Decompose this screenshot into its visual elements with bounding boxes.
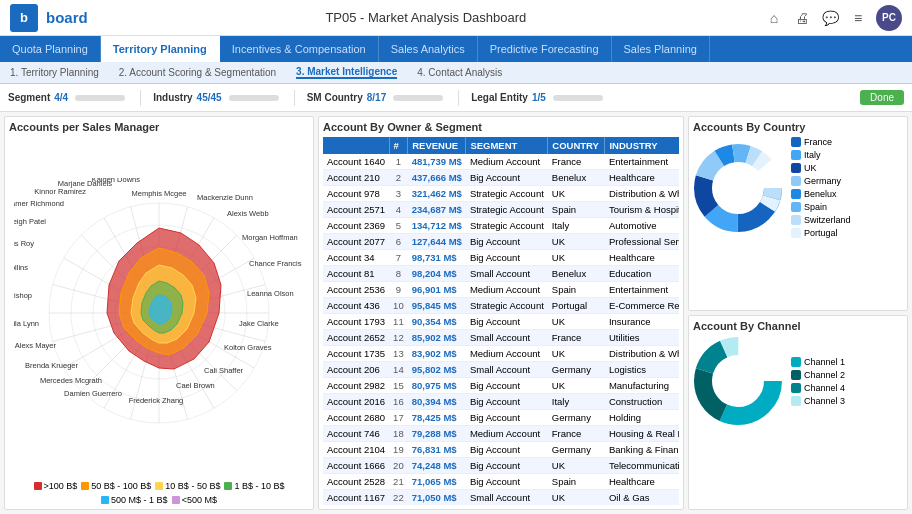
table-row[interactable]: Account 23695134,712 M$Strategic Account… [323, 218, 679, 234]
radar-legend: >100 B$50 B$ - 100 B$10 B$ - 50 B$1 B$ -… [9, 481, 309, 505]
print-icon[interactable]: 🖨 [792, 8, 812, 28]
table-row[interactable]: Account 16401481,739 M$Medium AccountFra… [323, 154, 679, 170]
header-icons: ⌂ 🖨 💬 ≡ PC [764, 5, 902, 31]
mid-panel-title: Account By Owner & Segment [323, 121, 679, 133]
country-legend-item: Spain [791, 202, 851, 212]
col-industry-header[interactable]: INDUSTRY [605, 137, 679, 154]
filter-sm-country[interactable]: SM Country8/17 [307, 92, 447, 103]
legend-item: 1 B$ - 10 B$ [224, 481, 284, 491]
legend-color [791, 215, 801, 225]
table-row[interactable]: Account 9783321,462 M$Strategic AccountU… [323, 186, 679, 202]
menu-icon[interactable]: ≡ [848, 8, 868, 28]
legend-label: Portugal [804, 228, 838, 238]
table-row[interactable]: Account 7461879,288 M$Medium AccountFran… [323, 426, 679, 442]
table-row[interactable]: Account 2102437,666 M$Big AccountBenelux… [323, 170, 679, 186]
sub-nav-item[interactable]: 3. Market Intelligence [296, 66, 397, 79]
col-num-header[interactable]: # [389, 137, 408, 154]
country-donut-wrapper: FranceItalyUKGermanyBeneluxSpainSwitzerl… [693, 137, 903, 238]
table-cell: Germany [548, 442, 605, 458]
table-cell: Healthcare [605, 474, 679, 490]
svg-text:Cali Shaffer: Cali Shaffer [204, 366, 244, 375]
country-legend-item: Switzerland [791, 215, 851, 225]
legend-dot [81, 482, 89, 490]
table-cell: Distribution & Wholesale [605, 186, 679, 202]
nav-tab-sales-analytics[interactable]: Sales Analytics [379, 36, 478, 62]
table-cell: Medium Account [466, 282, 548, 298]
table-row[interactable]: Account 26521285,902 M$Small AccountFran… [323, 330, 679, 346]
radar-chart: Memphis Mcgee Mackenzie Dunn Alexis Webb… [9, 137, 309, 479]
table-row[interactable]: Account 26801778,425 M$Big AccountGerman… [323, 410, 679, 426]
nav-tab-quota-planning[interactable]: Quota Planning [0, 36, 101, 62]
table-cell: Account 746 [323, 426, 389, 442]
nav-tab-sales-planning[interactable]: Sales Planning [612, 36, 710, 62]
table-row[interactable]: Account 4361095,845 M$Strategic AccountP… [323, 298, 679, 314]
table-row[interactable]: Account 16662074,248 M$Big AccountUKTele… [323, 458, 679, 474]
table-cell: Holding [605, 410, 679, 426]
table-row[interactable]: Account 11672271,050 M$Small AccountUKOi… [323, 490, 679, 506]
table-cell: Account 210 [323, 170, 389, 186]
sub-nav-item[interactable]: 2. Account Scoring & Segmentation [119, 67, 276, 78]
nav-tab-predictive-forecasting[interactable]: Predictive Forecasting [478, 36, 612, 62]
filter-segment[interactable]: Segment4/4 [8, 92, 128, 103]
col-segment-header[interactable]: SEGMENT [466, 137, 548, 154]
done-button[interactable]: Done [860, 90, 904, 105]
country-legend-item: France [791, 137, 851, 147]
table-cell: Account 2652 [323, 330, 389, 346]
table-cell: 437,666 M$ [408, 170, 466, 186]
legend-dot [101, 496, 109, 504]
filter-legal-entity[interactable]: Legal Entity1/5 [471, 92, 606, 103]
legend-label: 50 B$ - 100 B$ [91, 481, 151, 491]
table-row[interactable]: Account 17351383,902 M$Medium AccountUKD… [323, 346, 679, 362]
country-legend-item: Benelux [791, 189, 851, 199]
table-cell: 16 [389, 394, 408, 410]
table-cell: 21 [389, 474, 408, 490]
accounts-tbody: Account 16401481,739 M$Medium AccountFra… [323, 154, 679, 505]
legend-dot [172, 496, 180, 504]
filter-industry[interactable]: Industry45/45 [153, 92, 281, 103]
sub-nav-item[interactable]: 4. Contact Analysis [417, 67, 502, 78]
table-row[interactable]: Account 81898,204 M$Small AccountBenelux… [323, 266, 679, 282]
table-cell: Account 1793 [323, 314, 389, 330]
table-row[interactable]: Account 20161680,394 M$Big AccountItalyC… [323, 394, 679, 410]
filter-label: Legal Entity [471, 92, 528, 103]
col-country-header[interactable]: COUNTRY [548, 137, 605, 154]
legend-label: Switzerland [804, 215, 851, 225]
table-cell: Small Account [466, 490, 548, 506]
table-cell: 3 [389, 186, 408, 202]
sub-nav-item[interactable]: 1. Territory Planning [10, 67, 99, 78]
channel-chart-title: Account By Channel [693, 320, 903, 332]
svg-text:Morgan Hoffman: Morgan Hoffman [242, 233, 298, 242]
table-row[interactable]: Account 2536996,901 M$Medium AccountSpai… [323, 282, 679, 298]
table-row[interactable]: Account 25714234,687 M$Strategic Account… [323, 202, 679, 218]
home-icon[interactable]: ⌂ [764, 8, 784, 28]
table-cell: 17 [389, 410, 408, 426]
table-row[interactable]: Account 34798,731 M$Big AccountUKHealthc… [323, 250, 679, 266]
table-cell: Account 2536 [323, 282, 389, 298]
avatar[interactable]: PC [876, 5, 902, 31]
legend-item: <500 M$ [172, 495, 217, 505]
svg-text:Kaiden Downs: Kaiden Downs [92, 178, 141, 184]
accounts-table-container[interactable]: # REVENUE SEGMENT COUNTRY INDUSTRY OWNER… [323, 137, 679, 505]
legend-color [791, 176, 801, 186]
table-row[interactable]: Account 25282171,065 M$Big AccountSpainH… [323, 474, 679, 490]
nav-tab-territory-planning[interactable]: Territory Planning [101, 36, 220, 62]
chat-icon[interactable]: 💬 [820, 8, 840, 28]
table-cell: Account 2016 [323, 394, 389, 410]
table-row[interactable]: Account 21041976,831 M$Big AccountGerman… [323, 442, 679, 458]
table-cell: 18 [389, 426, 408, 442]
table-cell: 9 [389, 282, 408, 298]
table-cell: 98,731 M$ [408, 250, 466, 266]
table-cell: 234,687 M$ [408, 202, 466, 218]
filter-separator [140, 90, 141, 106]
table-row[interactable]: Account 29821580,975 M$Big AccountUKManu… [323, 378, 679, 394]
table-row[interactable]: Account 2061495,802 M$Small AccountGerma… [323, 362, 679, 378]
filter-value: 4/4 [54, 92, 68, 103]
table-cell: 20 [389, 458, 408, 474]
table-row[interactable]: Account 20776127,644 M$Big AccountUKProf… [323, 234, 679, 250]
col-revenue-header[interactable]: REVENUE [408, 137, 466, 154]
table-row[interactable]: Account 17931190,354 M$Big AccountUKInsu… [323, 314, 679, 330]
nav-tab-incentives-&-compensation[interactable]: Incentives & Compensation [220, 36, 379, 62]
table-cell: 80,394 M$ [408, 394, 466, 410]
table-cell: 85,902 M$ [408, 330, 466, 346]
col-name-header[interactable] [323, 137, 389, 154]
